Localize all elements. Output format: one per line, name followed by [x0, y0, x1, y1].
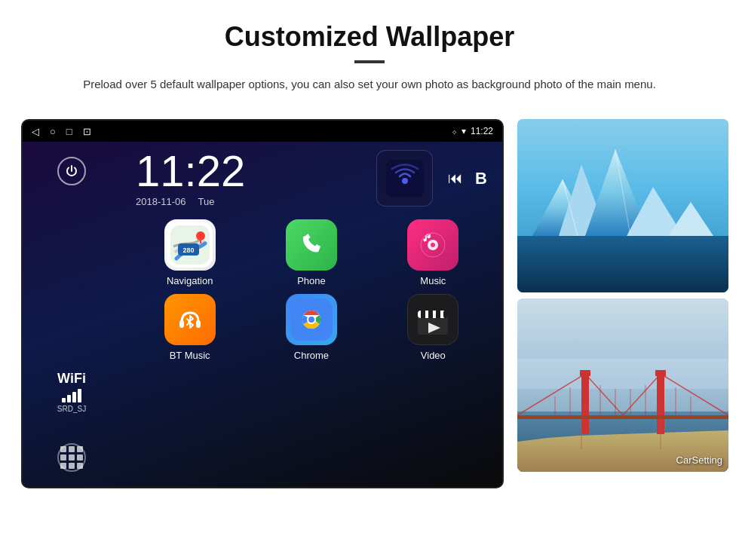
- glacier-svg: [517, 119, 728, 292]
- bridge-svg: [517, 298, 728, 472]
- glacier-scene: [517, 119, 728, 292]
- radio-icon: [386, 160, 424, 197]
- bridge-scene: CarSetting: [517, 298, 728, 472]
- bt-music-icon: [164, 294, 216, 345]
- svg-rect-33: [517, 359, 728, 389]
- svg-rect-40: [517, 415, 728, 419]
- navigation-icon: 280: [164, 219, 216, 271]
- page-header: Customized Wallpaper Preload over 5 defa…: [0, 0, 739, 106]
- svg-point-6: [196, 231, 205, 240]
- back-icon[interactable]: ◁: [32, 126, 39, 137]
- svg-rect-18: [421, 311, 425, 318]
- app-item-music[interactable]: Music: [376, 219, 490, 286]
- video-label: Video: [421, 350, 446, 361]
- clock-time: 11:22: [136, 149, 361, 193]
- video-icon: [407, 294, 458, 345]
- app-item-chrome[interactable]: Chrome: [254, 294, 368, 361]
- svg-rect-11: [196, 320, 201, 328]
- page-title: Customized Wallpaper: [45, 21, 694, 53]
- svg-rect-19: [428, 311, 433, 318]
- car-setting-label: CarSetting: [676, 454, 722, 466]
- clock-date: 2018-11-06 Tue: [136, 196, 361, 207]
- wifi-widget: WiFi SRD_SJ: [57, 371, 86, 413]
- apps-button[interactable]: [57, 443, 86, 472]
- svg-point-15: [308, 317, 314, 323]
- music-label: Music: [420, 275, 446, 286]
- recent-icon[interactable]: □: [66, 126, 72, 137]
- content-area: ◁ ○ □ ⊡ ⬦ ▾ 11:22: [0, 106, 739, 488]
- chrome-icon: [286, 294, 337, 345]
- screen-body: WiFi SRD_SJ: [23, 142, 502, 487]
- left-sidebar: WiFi SRD_SJ: [23, 142, 121, 487]
- status-bar-right: ⬦ ▾ 11:22: [452, 126, 493, 136]
- svg-rect-20: [436, 311, 440, 318]
- svg-rect-39: [655, 370, 666, 376]
- prev-track-icon[interactable]: ⏮: [448, 170, 463, 187]
- wifi-bars: [62, 389, 81, 402]
- svg-rect-36: [581, 374, 589, 434]
- apps-grid-icon: [60, 446, 83, 469]
- status-time: 11:22: [471, 126, 493, 136]
- status-bar: ◁ ○ □ ⊡ ⬦ ▾ 11:22: [23, 121, 502, 142]
- bluetooth-letter: B: [475, 169, 487, 188]
- svg-point-9: [431, 243, 435, 247]
- clock-date-value: 2018-11-06: [136, 196, 186, 207]
- app-item-navigation[interactable]: 280 Navigation: [133, 219, 247, 286]
- music-icon: [407, 219, 458, 271]
- location-icon: ⬦: [452, 126, 457, 136]
- phone-icon: [286, 219, 337, 271]
- chrome-label: Chrome: [294, 350, 329, 361]
- radio-icon-box[interactable]: [376, 150, 433, 207]
- svg-rect-24: [517, 236, 728, 292]
- svg-rect-38: [580, 370, 590, 376]
- app-item-phone[interactable]: Phone: [254, 219, 368, 286]
- power-button[interactable]: [57, 157, 86, 185]
- wallpaper-glacier: [517, 119, 728, 292]
- home-icon[interactable]: ○: [50, 126, 56, 137]
- wallpaper-bridge: CarSetting: [517, 298, 728, 472]
- app-item-bt-music[interactable]: BT Music: [133, 294, 247, 361]
- center-content: 11:22 2018-11-06 Tue: [121, 142, 502, 487]
- svg-point-1: [402, 178, 408, 184]
- svg-rect-10: [179, 320, 184, 328]
- svg-rect-21: [443, 311, 448, 318]
- right-panel: CarSetting: [504, 119, 728, 472]
- app-item-video[interactable]: Video: [376, 294, 490, 361]
- android-device: ◁ ○ □ ⊡ ⬦ ▾ 11:22: [21, 119, 504, 488]
- clock-day-value: Tue: [198, 196, 215, 207]
- page-description: Preload over 5 default wallpaper options…: [75, 75, 664, 93]
- status-bar-left: ◁ ○ □ ⊡: [32, 126, 91, 137]
- title-divider: [354, 60, 385, 63]
- navigation-label: Navigation: [167, 275, 213, 286]
- wifi-label: WiFi: [57, 371, 86, 387]
- clock-widget: 11:22 2018-11-06 Tue: [136, 149, 361, 207]
- clock-area: 11:22 2018-11-06 Tue: [121, 142, 502, 213]
- svg-text:280: 280: [182, 246, 194, 254]
- app-grid: 280 Navigation: [121, 213, 502, 367]
- wifi-ssid: SRD_SJ: [57, 405, 86, 413]
- media-controls: ⏮ B: [448, 169, 487, 188]
- phone-label: Phone: [297, 275, 326, 286]
- screenshot-icon[interactable]: ⊡: [83, 126, 91, 137]
- bt-music-label: BT Music: [170, 350, 210, 361]
- signal-icon: ▾: [461, 126, 466, 136]
